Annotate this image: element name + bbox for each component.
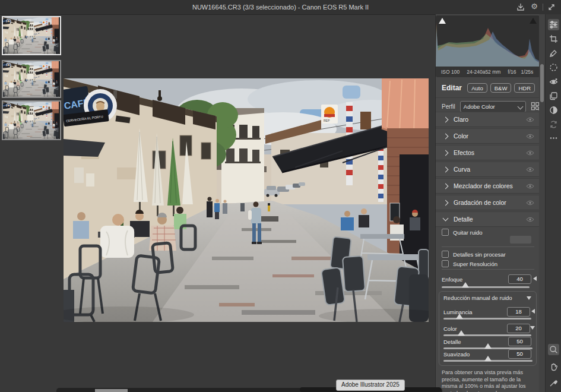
nr-detalle-slider-thumb[interactable] (484, 343, 492, 349)
nr-detalle-label: Detalle (443, 339, 461, 345)
denoise-amount-box-disabled (510, 236, 531, 244)
luminancia-disclosure-icon[interactable] (531, 309, 535, 314)
dock-item-highlight (95, 389, 128, 392)
panel-scrollbar[interactable] (540, 64, 544, 102)
more-tools-icon[interactable] (548, 132, 559, 144)
profile-browser-icon[interactable] (531, 102, 540, 111)
section-curva[interactable]: Curva (436, 162, 540, 177)
capture-info: ISO 100 24-240a52 mm f/16 1/25s (436, 67, 540, 77)
eye-icon[interactable] (526, 117, 534, 122)
profile-row: Perfil Adobe Color (436, 97, 540, 113)
title-bar: NUW16645.CR3 (3/3 seleccionado) - Canon … (0, 0, 561, 15)
eye-icon[interactable] (526, 150, 534, 156)
quitar-ruido-checkbox[interactable] (442, 229, 449, 236)
aperture-value: f/16 (508, 69, 516, 75)
color-nr-value[interactable]: 20 (507, 324, 530, 333)
detail-help-text: Para obtener una vista previa más precis… (442, 369, 535, 392)
color-nr-slider-thumb[interactable] (458, 330, 465, 336)
histogram[interactable] (436, 15, 540, 67)
hdr-button[interactable]: HDR (514, 83, 535, 93)
eye-icon[interactable] (526, 167, 534, 172)
eye-icon[interactable] (526, 184, 534, 189)
photo-preview[interactable] (64, 78, 429, 322)
suavizado-label: Suavizado (443, 351, 470, 358)
eye-icon[interactable] (526, 200, 534, 206)
white-balance-tool-icon[interactable] (548, 377, 559, 388)
titlebar-divider (543, 4, 543, 11)
quitar-ruido-row[interactable]: Quitar ruido (442, 229, 483, 236)
snapshots-icon[interactable] (548, 105, 559, 116)
highlight-clipping-indicator[interactable] (529, 17, 537, 24)
export-icon[interactable] (516, 2, 525, 12)
eye-icon[interactable] (526, 134, 534, 139)
enfoque-value[interactable]: 40 (508, 274, 531, 284)
auto-button[interactable]: Auto (467, 83, 487, 93)
hand-tool-icon[interactable] (548, 361, 559, 372)
divider (442, 246, 534, 247)
manual-nr-collapse-icon[interactable] (527, 296, 531, 300)
section-mezclador[interactable]: Mezclador de colores (436, 178, 540, 194)
nr-detalle-value[interactable]: 50 (508, 337, 531, 346)
section-efectos[interactable]: Efectos (436, 145, 540, 160)
color-nr-disclosure-icon[interactable] (530, 326, 535, 330)
shutter-value: 1/25s (521, 69, 534, 75)
divider (442, 269, 534, 270)
eye-icon[interactable] (526, 217, 534, 222)
edit-panel: ISO 100 24-240a52 mm f/16 1/25s Editar A… (435, 14, 540, 392)
enfoque-slider-thumb[interactable] (462, 282, 469, 287)
healing-tool-icon[interactable] (548, 48, 559, 59)
iso-value: ISO 100 (441, 69, 459, 75)
profile-dropdown[interactable]: Adobe Color (460, 101, 526, 112)
edit-panel-title: Editar (442, 84, 462, 92)
super-resolucion-checkbox[interactable] (442, 260, 449, 267)
dock-tooltip: Adobe Illustrator 2025 (336, 380, 405, 391)
luminancia-slider[interactable] (443, 318, 531, 320)
fullscreen-icon[interactable] (547, 2, 556, 12)
presets-icon[interactable] (548, 90, 559, 102)
profile-label: Perfil (442, 103, 455, 110)
detalles-sin-procesar-checkbox[interactable] (442, 251, 449, 258)
section-gradacion[interactable]: Gradación de color (436, 195, 540, 210)
settings-gear-icon[interactable]: ⚙ (530, 2, 539, 11)
window-title: NUW16645.CR3 (3/3 seleccionado) - Canon … (0, 0, 561, 14)
edit-header-row: Editar Auto B&W HDR (436, 81, 540, 95)
luminancia-value[interactable]: 18 (507, 307, 530, 317)
suavizado-slider[interactable] (443, 360, 533, 362)
section-detalle[interactable]: Detalle (436, 211, 540, 227)
camera-raw-window: CAFÉ CERVECERÍA EL PORTU (0, 0, 561, 392)
enfoque-label: Enfoque (442, 276, 462, 283)
shadow-clipping-indicator[interactable] (438, 17, 446, 24)
red-eye-tool-icon[interactable] (548, 76, 559, 87)
sync-icon[interactable] (548, 119, 559, 130)
enfoque-disclosure-icon[interactable] (533, 276, 537, 281)
filmstrip-thumbnail-1[interactable] (2, 16, 61, 55)
masking-tool-icon[interactable] (548, 62, 559, 73)
bw-button[interactable]: B&W (490, 83, 512, 93)
filmstrip-thumbnail-3[interactable] (2, 100, 61, 140)
lens-value: 24-240a52 mm (467, 69, 500, 75)
profile-value: Adobe Color (464, 103, 495, 110)
enfoque-slider[interactable] (442, 286, 530, 288)
suavizado-value[interactable]: 50 (508, 349, 531, 359)
zoom-tool-icon[interactable] (548, 344, 559, 355)
crop-tool-icon[interactable] (548, 33, 559, 45)
luminancia-slider-thumb[interactable] (456, 314, 463, 319)
detalles-sin-procesar-row[interactable]: Detalles sin procesar (442, 251, 506, 258)
tool-column (545, 14, 561, 392)
edit-tool-icon[interactable] (548, 19, 559, 30)
section-color[interactable]: Color (436, 128, 540, 144)
suavizado-slider-thumb[interactable] (484, 356, 492, 361)
panel-scroll-area (539, 14, 545, 392)
super-resolucion-row[interactable]: Super Resolución (442, 260, 497, 267)
filmstrip-thumbnail-2[interactable] (2, 60, 61, 98)
section-claro[interactable]: Claro (436, 112, 540, 127)
manual-nr-header[interactable]: Reducción manual de ruido (443, 295, 512, 301)
color-nr-slider[interactable] (443, 334, 531, 336)
color-nr-label: Color (443, 325, 457, 332)
